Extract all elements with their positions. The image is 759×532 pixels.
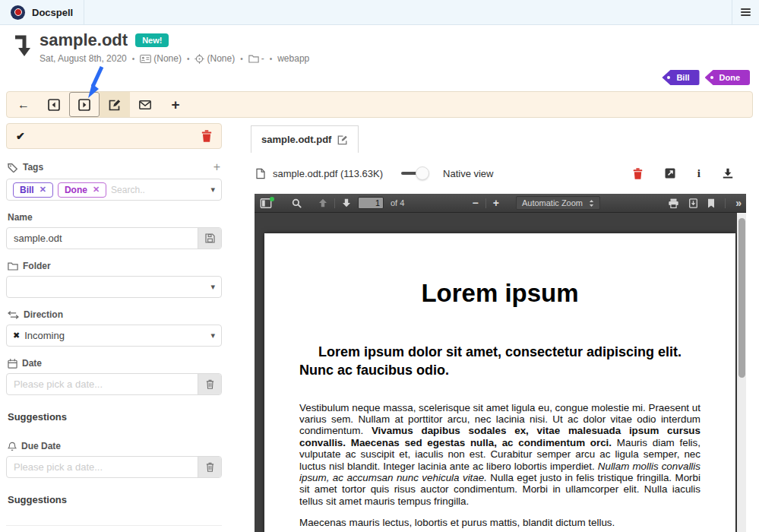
item-date: Sat, August 8th, 2020 <box>40 53 127 64</box>
topbar-spacer <box>84 0 732 24</box>
pdf-download-button[interactable] <box>689 198 697 208</box>
native-view-toggle[interactable] <box>401 172 426 175</box>
due-date-field <box>6 456 222 478</box>
pdf-prev-page-button[interactable] <box>318 198 327 207</box>
pdf-doc-paragraph-2: Maecenas mauris lectus, lobortis et puru… <box>299 517 700 528</box>
delete-item-button[interactable] <box>201 130 212 142</box>
correspondent-meta: (None) <box>140 53 182 64</box>
tag-search-input[interactable] <box>111 185 164 195</box>
toggle-knob[interactable] <box>416 166 429 180</box>
brand-name: Docspell <box>32 7 73 18</box>
tags-multiselect[interactable]: Bill ✕ Done ✕ ▾ <box>6 179 222 201</box>
envelope-icon <box>139 99 151 111</box>
pdf-zoom-controls: − + Automatic Zoom <box>473 196 600 210</box>
open-external-button[interactable] <box>665 168 675 179</box>
prev-item-button[interactable] <box>39 92 69 117</box>
add-tag-button[interactable]: + <box>213 160 220 174</box>
chevron-down-icon[interactable]: ▾ <box>210 185 215 195</box>
edit-icon <box>109 99 121 111</box>
pdf-doc-title: Lorem ipsum <box>299 279 700 308</box>
pdf-toolbar: of 4 − + Automatic Zoom <box>255 194 746 213</box>
docspell-logo-icon <box>11 5 25 20</box>
folder-field-label: Folder <box>8 261 220 271</box>
new-badge: New! <box>135 33 169 47</box>
tag-chip-bill[interactable]: Bill ✕ <box>13 182 53 198</box>
direction-field-label: Direction <box>8 309 220 320</box>
calendar-icon <box>8 359 17 369</box>
item-toolbar: ← + <box>6 91 753 118</box>
pdf-print-button[interactable] <box>668 198 679 208</box>
source-meta: webapp <box>277 53 309 64</box>
tab-sample-odt-pdf[interactable]: sample.odt.pdf <box>251 125 359 153</box>
pdf-doc-subtitle: Lorem ipsum dolor sit amet, consectetur … <box>299 344 700 380</box>
clear-direction-icon[interactable]: ✖ <box>13 331 20 340</box>
page-title: sample.odt <box>40 30 128 50</box>
send-mail-button[interactable] <box>130 92 160 117</box>
native-view-label: Native view <box>443 168 493 179</box>
pdf-scrollbar-thumb[interactable] <box>738 218 745 378</box>
crosshair-icon <box>194 54 204 64</box>
pdf-sidebar-toggle-button[interactable] <box>260 198 272 208</box>
direction-value: Incoming <box>24 330 65 341</box>
brand-home-link[interactable]: Docspell <box>0 0 84 24</box>
remove-tag-icon[interactable]: ✕ <box>93 185 100 195</box>
pdf-page-number-input[interactable] <box>358 197 384 209</box>
chevron-down-icon: ▾ <box>210 331 215 340</box>
zoom-level-select[interactable]: Automatic Zoom <box>516 196 600 210</box>
pdf-more-tools-button[interactable]: » <box>735 197 741 209</box>
download-file-button[interactable] <box>723 168 733 179</box>
folder-icon <box>248 54 259 63</box>
main-content: sample.odt.pdf sample.odt.pdf (113.63K) … <box>251 125 753 183</box>
direction-select[interactable]: ✖ Incoming ▾ <box>6 325 222 347</box>
zoom-in-button[interactable]: + <box>493 197 499 209</box>
document-header: sample.odt New! Sat, August 8th, 2020 • … <box>12 30 309 64</box>
top-bar: Docspell <box>0 0 759 25</box>
pdf-page-count: of 4 <box>391 198 404 207</box>
save-name-button[interactable] <box>198 228 221 249</box>
pdf-search-button[interactable] <box>292 198 302 208</box>
hamburger-icon <box>741 8 751 10</box>
chevron-down-icon: ▾ <box>210 282 215 292</box>
pdf-canvas: Lorem ipsum Lorem ipsum dolor sit amet, … <box>255 213 737 532</box>
edit-icon[interactable] <box>337 135 348 145</box>
name-field-label: Name <box>8 212 220 223</box>
caret-square-left-icon <box>48 99 60 111</box>
zoom-out-button[interactable]: − <box>473 197 479 209</box>
bookmark-icon <box>707 198 715 208</box>
document-meta: Sat, August 8th, 2020 • (None) • (None) … <box>40 53 309 64</box>
hamburger-menu-button[interactable] <box>732 0 759 24</box>
trash-icon <box>206 462 214 472</box>
back-button[interactable]: ← <box>8 92 39 117</box>
file-actions: i <box>633 167 733 180</box>
file-info-button[interactable]: i <box>697 167 700 180</box>
pdf-bookmark-button[interactable] <box>707 198 715 208</box>
pdf-scrollbar[interactable] <box>737 213 746 532</box>
due-date-input[interactable] <box>7 457 198 477</box>
pdf-toolbar-right: » <box>668 197 741 209</box>
tags-field-label: Tags + <box>8 160 220 174</box>
due-date-suggestions-label: Suggestions <box>8 494 220 505</box>
clear-date-button[interactable] <box>198 374 221 394</box>
add-files-button[interactable]: + <box>160 92 191 117</box>
confirm-metadata-button[interactable]: ✔ <box>16 130 25 142</box>
tag-badge-done[interactable]: Done <box>705 70 751 85</box>
annotation-arrow <box>79 65 108 100</box>
folder-select[interactable]: ▾ <box>6 276 222 298</box>
item-tag-list: Bill Done <box>662 70 750 85</box>
delete-file-button[interactable] <box>633 168 643 179</box>
caret-square-right-icon <box>78 99 90 111</box>
tag-chip-done[interactable]: Done ✕ <box>58 182 106 198</box>
due-date-field-label: Due Date <box>8 441 220 451</box>
remove-tag-icon[interactable]: ✕ <box>40 185 46 195</box>
date-input[interactable] <box>7 374 198 394</box>
name-field <box>6 227 222 249</box>
name-input[interactable] <box>7 228 198 249</box>
address-card-icon <box>140 55 151 63</box>
search-icon <box>292 198 302 208</box>
date-suggestions-label: Suggestions <box>8 411 220 423</box>
clear-due-date-button[interactable] <box>198 457 221 477</box>
trash-icon <box>206 379 214 389</box>
trash-icon <box>633 168 643 179</box>
tag-badge-bill[interactable]: Bill <box>662 70 699 85</box>
pdf-next-page-button[interactable] <box>342 198 351 207</box>
